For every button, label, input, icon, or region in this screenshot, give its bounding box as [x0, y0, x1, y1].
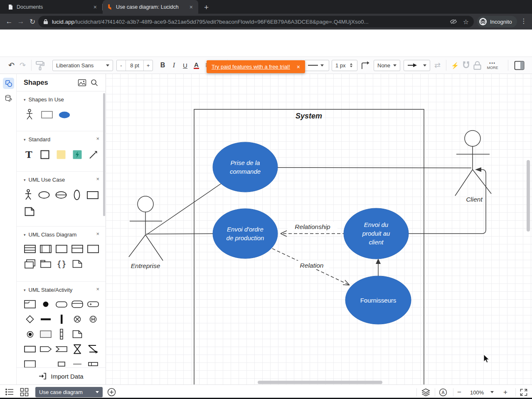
shape-note[interactable]: [71, 258, 84, 270]
diagram[interactable]: System Prise de la commande Envoi d'ordr…: [106, 74, 532, 384]
actor-label-client[interactable]: Client: [466, 196, 483, 203]
connector-label-relation[interactable]: Relation: [300, 262, 324, 269]
section-close-icon[interactable]: ×: [96, 176, 99, 182]
line-style-select[interactable]: [304, 60, 329, 71]
shape-fork-vertical[interactable]: [55, 313, 68, 325]
trial-banner-link[interactable]: Try paid features with a free trial!: [212, 64, 290, 70]
actor-label-entreprise[interactable]: Entreprise: [131, 262, 160, 269]
shape-fork-horizontal[interactable]: [39, 313, 52, 325]
font-size-increase-button[interactable]: +: [144, 60, 153, 71]
shape-state-with-title[interactable]: [71, 298, 84, 310]
panel-scrollbar[interactable]: [103, 93, 105, 216]
format-painter-icon[interactable]: [34, 60, 46, 71]
shape-flow-final[interactable]: [71, 313, 84, 325]
canvas-horizontal-scrollbar[interactable]: [258, 381, 382, 384]
redo-icon[interactable]: ↷: [17, 60, 28, 71]
shape-action-rect[interactable]: [24, 343, 36, 355]
line-start-select[interactable]: None: [374, 60, 400, 71]
lock-icon[interactable]: [472, 60, 483, 71]
usecase-prise-de-la-commande[interactable]: [213, 142, 278, 192]
section-header[interactable]: ▾ UML Use Case ×: [24, 177, 99, 183]
shape-history-state[interactable]: [87, 313, 99, 325]
undo-icon[interactable]: ↶: [6, 60, 17, 71]
image-icon[interactable]: [78, 79, 86, 86]
shape-send-signal[interactable]: [39, 343, 52, 355]
forward-icon[interactable]: →: [15, 17, 27, 26]
tab-close-icon[interactable]: ×: [188, 4, 194, 10]
line-width-input[interactable]: 1 px: [332, 60, 357, 71]
address-bar[interactable]: lucid.app /lucidchart/47f41402-a3b7-48f9…: [38, 16, 474, 27]
bold-button[interactable]: B: [157, 60, 168, 71]
tab-close-icon[interactable]: ×: [92, 4, 98, 10]
shape-actor[interactable]: [24, 108, 35, 121]
section-header[interactable]: ▾ Standard ×: [24, 136, 99, 143]
shape-simple-class[interactable]: [55, 243, 68, 255]
shape-uml-usecase-ellipse[interactable]: [38, 188, 50, 202]
shape-submachine-state[interactable]: [87, 298, 99, 310]
shape-note-state[interactable]: [71, 328, 84, 340]
italic-button[interactable]: I: [168, 60, 180, 71]
font-size-decrease-button[interactable]: -: [117, 60, 126, 71]
import-data-button[interactable]: Import Data: [17, 367, 106, 384]
shape-constraint[interactable]: {}: [55, 258, 68, 270]
section-header[interactable]: ▾ UML State/Activity ×: [24, 287, 99, 293]
custom-data-button[interactable]: [3, 93, 14, 104]
shape-hotspot[interactable]: [72, 148, 82, 161]
shape-hourglass[interactable]: [71, 343, 84, 355]
right-panel-toggle-icon[interactable]: [514, 60, 525, 71]
shape-rectangle[interactable]: [41, 108, 53, 121]
shape-sticky-note[interactable]: [56, 148, 66, 161]
underline-button[interactable]: U: [180, 60, 191, 71]
search-icon[interactable]: [90, 79, 99, 87]
line-width-stepper[interactable]: [350, 63, 352, 67]
shape-activity-rect[interactable]: [39, 328, 52, 340]
bookmark-star-icon[interactable]: ☆: [463, 18, 469, 26]
shape-initial-state[interactable]: [39, 298, 52, 310]
shape-arrow[interactable]: [88, 148, 99, 161]
actor-entreprise[interactable]: [129, 196, 163, 261]
line-end-select[interactable]: [404, 60, 430, 71]
zoom-out-button[interactable]: −: [457, 388, 461, 397]
shape-frame[interactable]: [24, 298, 36, 310]
shape-uml-rectangle[interactable]: [87, 188, 99, 202]
document-list-icon[interactable]: [5, 388, 14, 396]
more-button[interactable]: ••• MORE: [483, 61, 502, 70]
shape-uml-actor[interactable]: [24, 188, 33, 202]
back-icon[interactable]: ←: [3, 17, 15, 26]
shape-square[interactable]: [40, 148, 50, 161]
shape-object-flow[interactable]: [55, 328, 68, 340]
tab-documents[interactable]: Documents ×: [3, 0, 102, 14]
shape-package[interactable]: [39, 258, 52, 270]
tab-lucidchart[interactable]: Use case diagram: Lucidch ×: [103, 0, 198, 14]
section-close-icon[interactable]: ×: [96, 286, 99, 292]
system-label[interactable]: System: [296, 112, 322, 120]
zoom-level[interactable]: 100%: [470, 389, 484, 396]
zoom-in-button[interactable]: +: [503, 388, 507, 397]
usecase-envoi-ordre-production[interactable]: [213, 209, 278, 259]
shape-object[interactable]: [71, 243, 84, 255]
spellcheck-icon[interactable]: A: [439, 388, 447, 397]
add-page-icon[interactable]: [107, 388, 116, 397]
browser-menu-icon[interactable]: ⋮: [520, 17, 527, 25]
font-family-select[interactable]: Liberation Sans: [52, 60, 113, 71]
shape-multiple-objects[interactable]: [24, 258, 36, 270]
drawing-canvas[interactable]: System Prise de la commande Envoi d'ordr…: [106, 74, 532, 384]
layers-icon[interactable]: [421, 388, 430, 397]
new-tab-button[interactable]: +: [204, 3, 209, 12]
shape-class[interactable]: [24, 243, 36, 255]
reload-icon[interactable]: ↻: [27, 17, 38, 26]
section-close-icon[interactable]: ×: [96, 231, 99, 237]
eye-off-icon[interactable]: [450, 19, 457, 25]
trial-banner[interactable]: Try paid features with a free trial! ×: [207, 60, 305, 73]
pages-grid-icon[interactable]: [20, 388, 29, 397]
shape-decision[interactable]: [24, 313, 36, 325]
canvas-vertical-scrollbar[interactable]: [527, 160, 530, 232]
shape-state[interactable]: [55, 298, 68, 310]
shape-receive-signal[interactable]: [55, 343, 68, 355]
magnetize-icon[interactable]: [461, 60, 472, 71]
shape-uml-usecase-divided[interactable]: [55, 188, 67, 202]
page-tab[interactable]: Use case diagram: [35, 387, 103, 397]
swap-endpoints-icon[interactable]: ⇄: [432, 60, 443, 71]
section-header[interactable]: ▾ Shapes In Use: [24, 96, 99, 103]
shape-final-state[interactable]: [24, 328, 36, 340]
